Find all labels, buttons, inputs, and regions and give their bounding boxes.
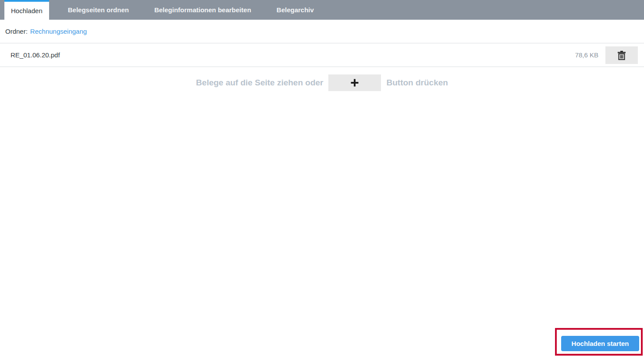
start-upload-button[interactable]: Hochladen starten — [561, 336, 639, 351]
tab-hochladen[interactable]: Hochladen — [4, 0, 49, 20]
dropzone-text-before: Belege auf die Seite ziehen oder — [196, 78, 323, 88]
tab-label: Belegarchiv — [277, 6, 314, 14]
file-row: RE_01.06.20.pdf 78,6 KB — [0, 43, 644, 67]
tab-belegarchiv[interactable]: Belegarchiv — [264, 0, 327, 20]
tab-beleginformationen-bearbeiten[interactable]: Beleginformationen bearbeiten — [142, 0, 264, 20]
tab-label: Belegseiten ordnen — [68, 6, 129, 14]
dropzone-text-after: Button drücken — [386, 78, 448, 88]
delete-file-button[interactable] — [605, 46, 638, 64]
folder-bar: Ordner: Rechnungseingang — [0, 20, 644, 43]
plus-icon — [350, 78, 359, 88]
folder-label: Ordner: — [5, 28, 28, 35]
trash-icon — [616, 49, 627, 61]
add-files-button[interactable] — [328, 74, 381, 91]
file-size: 78,6 KB — [575, 51, 598, 59]
file-name: RE_01.06.20.pdf — [11, 51, 60, 59]
tab-label: Hochladen — [11, 7, 43, 14]
file-list: RE_01.06.20.pdf 78,6 KB — [0, 43, 644, 67]
tab-belegseiten-ordnen[interactable]: Belegseiten ordnen — [55, 0, 142, 20]
tab-bar: Hochladen Belegseiten ordnen Beleginform… — [0, 0, 644, 20]
dropzone-hint: Belege auf die Seite ziehen oder Button … — [0, 74, 644, 91]
tab-label: Beleginformationen bearbeiten — [154, 6, 251, 14]
folder-link-rechnungseingang[interactable]: Rechnungseingang — [30, 28, 87, 35]
